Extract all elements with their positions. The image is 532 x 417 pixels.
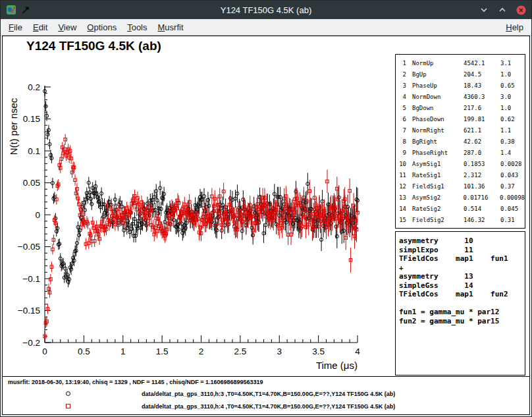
svg-text:0: 0 xyxy=(42,347,47,356)
parameter-n: 10 xyxy=(396,159,406,170)
parameter-n: 9 xyxy=(396,148,406,159)
series-square xyxy=(43,134,359,341)
parameter-error: 0.38 xyxy=(500,136,525,148)
parameter-value: 101.36 xyxy=(464,181,500,192)
parameter-value: 217.6 xyxy=(464,103,500,114)
parameter-row: 12FieldSig1101.360.37 xyxy=(396,181,525,192)
svg-text:4: 4 xyxy=(355,347,360,356)
svg-text:3.5: 3.5 xyxy=(312,347,325,356)
parameter-row: 7NormRight621.11.1 xyxy=(396,125,525,136)
parameter-error: 0.31 xyxy=(500,215,525,226)
menubar: FileEditViewOptionsToolsMusrfitHelp xyxy=(1,19,531,36)
parameter-row: 10AsymSig10.18530.0028 xyxy=(396,159,525,170)
parameter-n: 7 xyxy=(396,125,406,136)
parameter-name: RateSig1 xyxy=(412,170,464,181)
parameter-name: NormDown xyxy=(412,92,464,103)
theory-line: asymmetry 10 xyxy=(399,236,521,246)
svg-text:0: 0 xyxy=(35,210,40,220)
parameter-value: 2.312 xyxy=(464,170,500,181)
maximize-button[interactable] xyxy=(497,5,508,15)
parameter-box: 1NormUp4542.13.12BgUp204.51.03PhaseUp18.… xyxy=(395,54,525,229)
parameter-error: 0.043 xyxy=(500,170,525,181)
parameter-error: 1.0 xyxy=(500,103,525,114)
parameter-row: 2BgUp204.51.0 xyxy=(396,69,525,80)
menu-item-tools[interactable]: Tools xyxy=(122,20,152,34)
parameter-name: BgRight xyxy=(412,136,464,148)
root-canvas: Y124 TF150G 4.5K (ab) −0.2−0.15−0.1−0.05… xyxy=(2,36,530,415)
parameter-row: 14RateSig20.5140.045 xyxy=(396,204,525,215)
parameter-row: 1NormUp4542.13.1 xyxy=(396,58,525,69)
parameter-name: NormUp xyxy=(412,58,464,69)
parameter-name: PhaseUp xyxy=(412,80,464,92)
theory-line: TFieldCos map1 fun2 xyxy=(399,290,521,299)
parameter-n: 4 xyxy=(396,92,406,103)
parameter-error: 0.65 xyxy=(500,80,525,92)
parameter-n: 11 xyxy=(396,170,406,181)
menu-item-help[interactable]: Help xyxy=(500,20,529,34)
parameter-n: 15 xyxy=(396,215,406,226)
parameter-value: 4542.1 xyxy=(464,58,500,69)
svg-text:−0.2: −0.2 xyxy=(22,338,40,348)
svg-text:2: 2 xyxy=(199,347,204,356)
parameter-n: 1 xyxy=(396,58,406,69)
menu-item-options[interactable]: Options xyxy=(82,20,122,34)
menu-item-edit[interactable]: Edit xyxy=(28,20,53,34)
y-axis-title: N(t) per nsec xyxy=(8,97,19,155)
parameter-error: 0.62 xyxy=(500,114,525,125)
minimize-button[interactable] xyxy=(479,5,489,15)
parameter-n: 12 xyxy=(396,181,406,192)
parameter-row: 5BgDown217.61.0 xyxy=(396,103,525,114)
legend: data/deltat_pta_gps_3110,h:3 ,T0=4.50K,T… xyxy=(66,387,395,412)
parameter-row: 9PhaseRight287.01.4 xyxy=(396,148,525,159)
parameter-value: 204.5 xyxy=(464,69,500,80)
legend-entry-text: data/deltat_pta_gps_3110,h:4 ,T0=4.50K,T… xyxy=(142,403,395,410)
window-title: Y124 TF150G 4.5K (ab) xyxy=(1,5,531,15)
menu-item-view[interactable]: View xyxy=(53,20,82,34)
close-button[interactable] xyxy=(516,5,526,15)
parameter-row: 15FieldSig2146.320.31 xyxy=(396,215,525,226)
series-circle xyxy=(43,86,359,288)
parameter-name: AsymSig1 xyxy=(412,159,464,170)
legend-entry: data/deltat_pta_gps_3110,h:4 ,T0=4.50K,T… xyxy=(66,400,395,412)
svg-text:2.5: 2.5 xyxy=(234,347,246,356)
parameter-value: 287.0 xyxy=(464,148,500,159)
titlebar[interactable]: Y124 TF150G 4.5K (ab) xyxy=(1,1,531,19)
legend-entry-text: data/deltat_pta_gps_3110,h:3 ,T0=4.50K,T… xyxy=(142,391,395,397)
parameter-n: 13 xyxy=(396,192,406,204)
parameter-n: 8 xyxy=(396,136,406,148)
parameter-value: 621.1 xyxy=(464,125,500,136)
parameter-value: 0.01716 xyxy=(463,192,500,204)
svg-text:0.2: 0.2 xyxy=(28,82,40,92)
theory-line: simplExpo 11 xyxy=(399,246,521,255)
parameter-value: 42.62 xyxy=(464,136,500,148)
separator-line xyxy=(3,376,529,377)
svg-text:3: 3 xyxy=(277,347,282,356)
parameter-name: PhaseDown xyxy=(412,114,464,125)
parameter-name: PhaseRight xyxy=(412,148,464,159)
parameter-n: 2 xyxy=(396,69,406,80)
menu-item-musrfit[interactable]: Musrfit xyxy=(153,20,189,34)
parameter-error: 0.37 xyxy=(500,181,525,192)
legend-entry: data/deltat_pta_gps_3110,h:3 ,T0=4.50K,T… xyxy=(66,387,395,400)
parameter-row: 4NormDown4360.33.0 xyxy=(396,92,525,103)
parameter-value: 0.1853 xyxy=(464,159,500,170)
parameter-error: 0.0028 xyxy=(500,159,525,170)
svg-text:−0.1: −0.1 xyxy=(22,274,40,284)
parameter-row: 8BgRight42.620.38 xyxy=(396,136,525,148)
parameter-row: 3PhaseUp18.430.65 xyxy=(396,80,525,92)
svg-text:−0.15: −0.15 xyxy=(18,306,40,316)
fit-status-line: musrfit: 2018-06-30, 13:19:40, chisq = 1… xyxy=(8,379,263,385)
parameter-name: RateSig2 xyxy=(412,204,464,215)
svg-text:1.5: 1.5 xyxy=(156,347,169,356)
parameter-name: BgUp xyxy=(412,69,464,80)
parameter-value: 0.514 xyxy=(464,204,500,215)
data-points xyxy=(43,86,359,342)
circle-marker-icon xyxy=(66,391,70,396)
menu-item-file[interactable]: File xyxy=(3,20,28,34)
svg-text:0.05: 0.05 xyxy=(23,178,40,188)
app-icon xyxy=(6,5,16,15)
parameter-row: 6PhaseDown199.810.62 xyxy=(396,114,525,125)
hammer-icon xyxy=(20,5,31,15)
parameter-name: NormRight xyxy=(412,125,464,136)
svg-text:0.5: 0.5 xyxy=(78,347,90,356)
